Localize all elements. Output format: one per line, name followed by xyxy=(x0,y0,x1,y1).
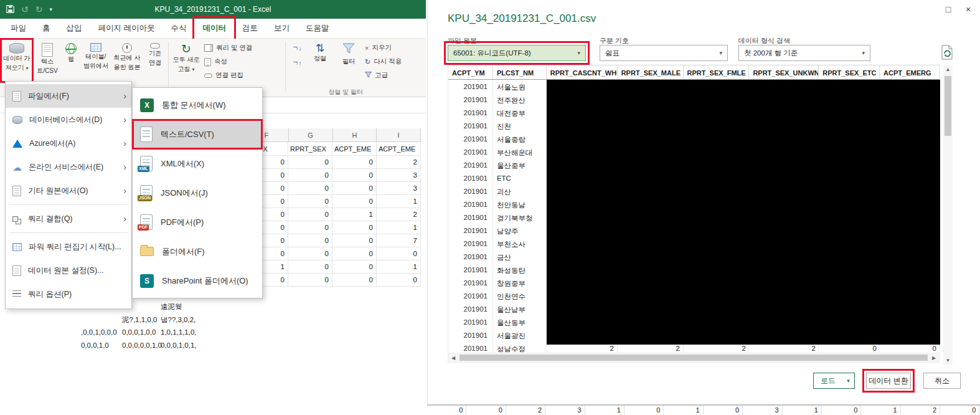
tab-page-layout[interactable]: 페이지 레이아웃 xyxy=(90,18,163,39)
preview-column-header[interactable]: RPRT_SEX_UNKWN xyxy=(749,65,819,79)
preview-column-header[interactable]: ACPT_YM xyxy=(448,65,493,79)
tab-formulas[interactable]: 수식 xyxy=(163,18,194,39)
sheet-cell[interactable]: 1 xyxy=(377,195,421,208)
edit-links-button[interactable]: 연결 편집 xyxy=(204,69,243,82)
sheet-cell[interactable]: 0 xyxy=(332,274,377,287)
submenu-item-from-xml[interactable]: XML XML에서(X) xyxy=(133,149,262,178)
sheet-cell[interactable]: 0,0,0,1,0,0 xyxy=(122,328,156,336)
menu-item-combine-queries[interactable]: 쿼리 결합(Q) › xyxy=(6,207,131,231)
sheet-cell[interactable]: 0 xyxy=(288,195,332,208)
sheet-cell[interactable]: 0 xyxy=(288,260,332,274)
queries-connections-button[interactable]: 쿼리 및 연결 xyxy=(204,42,252,54)
preview-column-header[interactable]: ACPT_EMERG xyxy=(880,65,940,79)
tab-help[interactable]: 도움말 xyxy=(298,18,337,39)
sheet-cell[interactable]: 0 xyxy=(377,247,421,260)
vertical-scroll-thumb[interactable] xyxy=(945,76,951,136)
sort-ascending-icon[interactable]: ㄱ↓ xyxy=(289,42,305,55)
column-header-g[interactable]: G xyxy=(289,128,333,141)
reapply-button[interactable]: ↻ 다시 적용 xyxy=(365,55,402,68)
sheet-cell[interactable]: 0 xyxy=(332,182,377,195)
save-icon[interactable] xyxy=(6,5,14,14)
vertical-scrollbar[interactable]: ▲ ▼ xyxy=(943,65,953,365)
load-button[interactable]: 로드 xyxy=(813,373,843,389)
sheet-cell[interactable]: 1,0,1,1,1,0, xyxy=(161,328,197,336)
undo-icon[interactable]: ↺ xyxy=(21,5,29,14)
submenu-item-from-text-csv[interactable]: 텍스트/CSV(T) xyxy=(133,120,262,149)
submenu-item-from-pdf[interactable]: PDF PDF에서(P) xyxy=(133,208,262,237)
scroll-left-icon[interactable]: ◀ xyxy=(448,353,458,362)
existing-connections-button[interactable]: 기존 연결 xyxy=(144,41,166,80)
sheet-cell[interactable]: 0 xyxy=(332,260,377,274)
scroll-right-icon[interactable]: ▶ xyxy=(929,353,939,362)
redo-icon[interactable]: ↻ xyxy=(35,5,43,14)
file-origin-dropdown[interactable]: 65001: 유니코드(UTF-8) ▾ xyxy=(448,45,586,61)
menu-item-from-database[interactable]: 데이터베이스에서(D) › xyxy=(6,108,131,131)
scroll-up-icon[interactable]: ▲ xyxy=(943,65,953,74)
sheet-cell[interactable]: 0,0,0,1,0 xyxy=(81,341,109,349)
preview-column-header[interactable]: RPRT_SEX_MALE xyxy=(618,65,684,79)
close-button[interactable]: × xyxy=(959,1,978,17)
tab-home[interactable]: 홈 xyxy=(34,18,59,39)
sheet-cell[interactable]: 0 xyxy=(288,221,332,234)
refresh-preview-icon[interactable] xyxy=(941,45,953,62)
tab-insert[interactable]: 삽입 xyxy=(59,18,90,39)
sheet-cell[interactable]: 遠泥웾 xyxy=(161,302,182,312)
sheet-cell[interactable]: 7 xyxy=(377,234,421,247)
sheet-cell[interactable]: 0 xyxy=(332,169,377,182)
transform-data-button[interactable]: 데이터 변환 xyxy=(866,373,911,389)
sort-descending-icon[interactable]: ㄱ↑ xyxy=(289,57,305,70)
menu-item-data-source-settings[interactable]: 데이터 원본 설정(S)... xyxy=(6,259,131,282)
sheet-cell[interactable]: 3 xyxy=(377,182,421,195)
tab-file[interactable]: 파일 xyxy=(2,18,34,39)
sheet-cell[interactable]: 0 xyxy=(332,221,377,234)
sheet-cell[interactable]: 0,0,0,0,0,1,0 xyxy=(122,341,162,349)
clear-filter-button[interactable]: × 지우기 xyxy=(365,42,392,54)
sheet-cell[interactable]: 0 xyxy=(288,208,332,221)
from-text-csv-button[interactable]: 텍스 트/CSV xyxy=(35,41,60,80)
sheet-cell[interactable]: 1 xyxy=(377,260,421,274)
from-web-button[interactable]: 웹 xyxy=(62,41,80,80)
horizontal-scroll-thumb[interactable] xyxy=(459,355,928,361)
sheet-cell[interactable]: 2 xyxy=(377,156,421,169)
delimiter-dropdown[interactable]: 쉼표 ▾ xyxy=(600,45,728,61)
from-table-range-button[interactable]: 테이블/ 범위에서 xyxy=(82,41,110,80)
sheet-cell[interactable]: 냄??,3,0,2, xyxy=(161,315,196,325)
preview-column-header[interactable]: RPRT_CASCNT_WHOL xyxy=(547,65,618,79)
submenu-item-from-json[interactable]: JSON JSON에서(J) xyxy=(133,178,262,208)
submenu-item-from-sharepoint-folder[interactable]: S SharePoint 폴더에서(O) xyxy=(133,266,262,295)
menu-item-from-online-services[interactable]: ☁ 온라인 서비스에서(E) › xyxy=(6,155,131,179)
sheet-cell[interactable]: 1 xyxy=(377,221,421,234)
sheet-cell[interactable]: 0 xyxy=(288,274,332,287)
tab-review[interactable]: 검토 xyxy=(234,18,266,39)
sheet-cell[interactable]: ACPT_EME xyxy=(377,142,421,156)
menu-item-from-file[interactable]: 파일에서(F) › xyxy=(6,84,131,108)
sheet-cell[interactable]: 0 xyxy=(288,234,332,247)
sheet-cell[interactable]: 0 xyxy=(288,182,332,195)
tab-view[interactable]: 보기 xyxy=(266,18,298,39)
get-data-button[interactable]: 데이터 가 져오기 ▾ xyxy=(2,41,31,80)
recent-sources-button[interactable]: 최근에 사 용한 원본 xyxy=(112,41,142,80)
sheet-cell[interactable]: 0 xyxy=(288,169,332,182)
sheet-cell[interactable]: ACPT_EME xyxy=(332,142,377,156)
menu-item-launch-power-query-editor[interactable]: 파워 쿼리 편집기 시작(L)... xyxy=(6,235,131,259)
sheet-cell[interactable]: ,0,0,1,0,0,0 xyxy=(81,328,117,336)
sheet-cell[interactable]: 1 xyxy=(332,208,377,221)
advanced-filter-button[interactable]: 고급 xyxy=(365,69,388,82)
submenu-item-from-folder[interactable]: 폴더에서(F) xyxy=(133,237,262,266)
sheet-cell[interactable]: 0 xyxy=(377,274,421,287)
maximize-button[interactable]: □ xyxy=(939,1,958,17)
filter-button[interactable]: 필터 xyxy=(336,41,361,80)
sheet-cell[interactable]: 0,0,0,1,0,1, xyxy=(161,341,197,349)
preview-column-header[interactable]: PLCST_NM xyxy=(493,65,547,79)
properties-button[interactable]: 속성 xyxy=(204,55,227,68)
tab-data[interactable]: 데이터 xyxy=(194,18,234,39)
sheet-cell[interactable]: 0 xyxy=(332,195,377,208)
cancel-button[interactable]: 취소 xyxy=(923,373,961,389)
submenu-item-from-workbook[interactable]: X 통합 문서에서(W) xyxy=(133,90,262,120)
preview-column-header[interactable]: RPRT_SEX_ETC xyxy=(819,65,880,79)
menu-item-from-azure[interactable]: Azure에서(A) › xyxy=(6,131,131,155)
load-split-caret[interactable]: ▾ xyxy=(842,373,855,389)
sheet-cell[interactable]: 0 xyxy=(332,247,377,260)
sheet-cell[interactable]: 3 xyxy=(377,169,421,182)
sheet-cell[interactable]: 0 xyxy=(288,156,332,169)
